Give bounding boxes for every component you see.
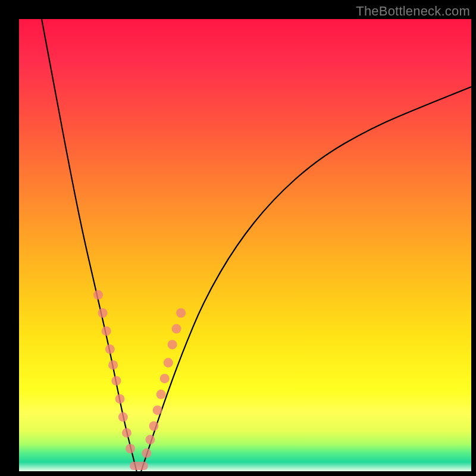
marker-dot (93, 290, 103, 300)
marker-dot (168, 340, 177, 349)
watermark-text: TheBottleneck.com (356, 4, 470, 19)
marker-dot (160, 374, 170, 383)
chart-frame: TheBottleneck.com (0, 0, 476, 476)
marker-dot (149, 421, 159, 431)
marker-dot (122, 428, 131, 437)
marker-dot (145, 435, 155, 444)
marker-dot (164, 358, 173, 368)
marker-dot (156, 390, 166, 399)
marker-dot (115, 394, 125, 403)
marker-dot (108, 360, 118, 369)
marker-dot (102, 326, 111, 336)
marker-dot (111, 376, 121, 386)
marker-bottom-bar (130, 462, 148, 470)
curve-left-branch (42, 19, 137, 471)
marker-dot (118, 412, 128, 422)
marker-dots-right (142, 308, 186, 458)
marker-dot (172, 324, 181, 334)
curve-right-branch (141, 87, 471, 471)
marker-dot (126, 444, 135, 453)
marker-dot (176, 308, 186, 318)
marker-dot (153, 405, 162, 415)
plot-area (19, 19, 471, 471)
marker-dot (142, 449, 151, 458)
marker-dot (105, 345, 115, 354)
marker-dot (98, 308, 108, 318)
curve-layer (19, 19, 471, 471)
